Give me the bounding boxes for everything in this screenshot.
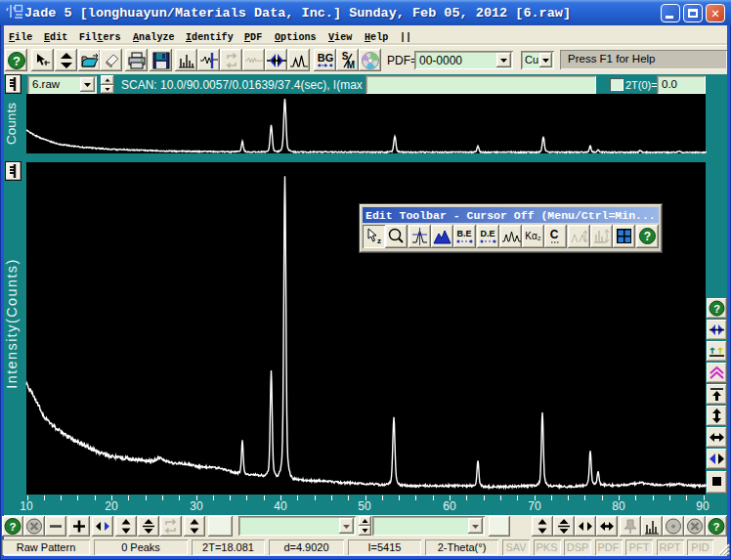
svg-text:B.E: B.E	[456, 229, 471, 238]
svg-text:C: C	[550, 228, 559, 241]
svg-text:?: ?	[9, 521, 16, 533]
svg-text:Kα₂: Kα₂	[525, 231, 540, 241]
svg-text:D.E: D.E	[480, 229, 494, 238]
svg-text:?: ?	[644, 230, 651, 243]
svg-text:z: z	[377, 237, 381, 245]
svg-text:?: ?	[712, 521, 719, 533]
svg-text:?: ?	[713, 303, 720, 315]
